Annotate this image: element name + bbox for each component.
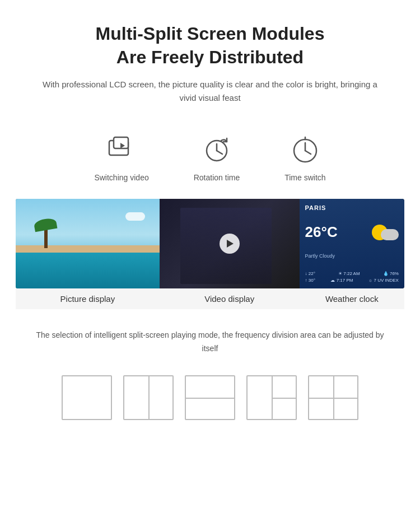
weather-temp: 26°C bbox=[305, 223, 338, 241]
temp-low: ↓ 22° bbox=[305, 271, 315, 276]
switching-video-label: Switching video bbox=[94, 173, 148, 182]
layout-vertical-split[interactable] bbox=[123, 375, 174, 420]
time-switch-icon bbox=[288, 133, 322, 166]
rotation-time-icon bbox=[200, 133, 234, 166]
layout-horizontal-split[interactable] bbox=[185, 375, 235, 420]
weather-icon-area bbox=[372, 225, 399, 240]
picture-panel bbox=[16, 199, 160, 288]
sea bbox=[16, 248, 160, 288]
header-section: Multi-Split Screen Modules Are Freely Di… bbox=[0, 0, 420, 116]
uv: ☼ 7 UV INDEX bbox=[368, 278, 399, 283]
weather-stats: ↓ 22° ☀ 7:22 AM 💧 76% ↑ 30° ☁ 7:17 PM ☼ … bbox=[305, 271, 399, 283]
icon-item-rotation-time: Rotation time bbox=[194, 133, 240, 182]
icon-item-time-switch: Time switch bbox=[284, 133, 325, 182]
video-panel bbox=[160, 199, 300, 288]
temp-range-row: ↓ 22° ☀ 7:22 AM 💧 76% bbox=[305, 271, 399, 276]
display-section: PARIS 26°C Partly Cloudy ↓ 22° ☀ 7:22 AM… bbox=[16, 199, 404, 288]
temp-high: ↑ 30° bbox=[305, 278, 315, 283]
layout-icons-row bbox=[0, 367, 420, 442]
palm-tree bbox=[44, 226, 48, 248]
layout-t-shape[interactable] bbox=[246, 375, 297, 420]
weather-panel: PARIS 26°C Partly Cloudy ↓ 22° ☀ 7:22 AM… bbox=[300, 199, 404, 288]
main-title: Multi-Split Screen Modules Are Freely Di… bbox=[34, 22, 386, 69]
layout-quad[interactable] bbox=[308, 375, 358, 420]
temp-range-row2: ↑ 30° ☁ 7:17 PM ☼ 7 UV INDEX bbox=[305, 278, 399, 283]
play-button[interactable] bbox=[220, 234, 240, 254]
rotation-time-label: Rotation time bbox=[194, 173, 240, 182]
cloud-icon bbox=[381, 229, 399, 240]
picture-display-label: Picture display bbox=[16, 294, 160, 304]
cloud bbox=[125, 212, 145, 221]
weather-desc: Partly Cloudy bbox=[305, 253, 399, 259]
bottom-text: The selection of intelligent split-scree… bbox=[0, 309, 420, 367]
subtitle: With professional LCD screen, the pictur… bbox=[34, 78, 386, 105]
features-icons-row: Switching video Rotation time Time switc… bbox=[0, 116, 420, 188]
svg-line-4 bbox=[217, 151, 222, 154]
layout-single[interactable] bbox=[62, 375, 112, 420]
weather-display-label: Weather clock bbox=[300, 294, 404, 304]
time-switch-label: Time switch bbox=[284, 173, 325, 182]
svg-line-7 bbox=[305, 151, 311, 154]
video-display-label: Video display bbox=[160, 294, 300, 304]
switching-video-icon bbox=[105, 133, 138, 166]
beach bbox=[16, 245, 160, 253]
display-inner: PARIS 26°C Partly Cloudy ↓ 22° ☀ 7:22 AM… bbox=[16, 199, 404, 288]
sunrise: ☀ 7:22 AM bbox=[338, 271, 360, 276]
display-labels: Picture display Video display Weather cl… bbox=[16, 288, 404, 309]
sunset: ☁ 7:17 PM bbox=[330, 278, 353, 283]
play-triangle bbox=[227, 240, 234, 248]
weather-temp-row: 26°C bbox=[305, 223, 399, 241]
weather-city: PARIS bbox=[305, 204, 399, 211]
humidity: 💧 76% bbox=[383, 271, 399, 276]
icon-item-switching-video: Switching video bbox=[94, 133, 148, 182]
